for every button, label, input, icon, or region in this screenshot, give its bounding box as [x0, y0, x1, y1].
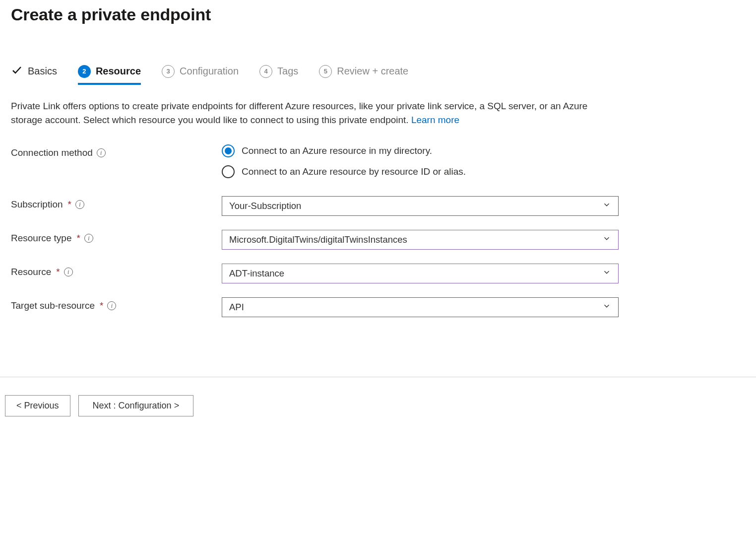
label-subscription: Subscription * i [11, 196, 222, 210]
step-circle-icon: 5 [319, 65, 332, 78]
tab-basics[interactable]: Basics [11, 64, 57, 85]
dropdown-value: ADT-instance [229, 268, 284, 279]
chevron-down-icon [602, 302, 611, 313]
learn-more-link[interactable]: Learn more [411, 115, 459, 125]
info-icon[interactable]: i [64, 268, 73, 276]
info-icon[interactable]: i [107, 301, 116, 310]
label-text: Resource [11, 267, 51, 277]
required-indicator: * [68, 199, 71, 210]
required-indicator: * [100, 300, 103, 311]
chevron-down-icon [602, 201, 611, 212]
tab-label: Basics [28, 66, 57, 77]
info-icon[interactable]: i [97, 148, 106, 157]
tab-label: Review + create [337, 66, 408, 77]
chevron-down-icon [602, 268, 611, 279]
label-text: Resource type [11, 233, 72, 244]
required-indicator: * [77, 233, 80, 244]
page-title: Create a private endpoint [11, 5, 745, 24]
radio-connect-resource-id[interactable]: Connect to an Azure resource by resource… [222, 165, 619, 178]
step-circle-icon: 2 [78, 65, 91, 78]
step-circle-icon: 4 [259, 65, 272, 78]
resource-type-dropdown[interactable]: Microsoft.DigitalTwins/digitalTwinsInsta… [222, 230, 619, 250]
row-subscription: Subscription * i Your-Subscription [11, 196, 745, 216]
row-connection-method: Connection method i Connect to an Azure … [11, 144, 745, 178]
tab-configuration[interactable]: 3 Configuration [162, 65, 239, 85]
tab-label: Configuration [180, 66, 239, 77]
subscription-dropdown[interactable]: Your-Subscription [222, 196, 619, 216]
previous-button[interactable]: < Previous [5, 395, 70, 416]
dropdown-value: Your-Subscription [229, 201, 301, 211]
tab-label: Tags [277, 66, 298, 77]
resource-dropdown[interactable]: ADT-instance [222, 264, 619, 283]
radio-label: Connect to an Azure resource in my direc… [242, 145, 432, 156]
step-circle-icon: 3 [162, 65, 175, 78]
label-text: Subscription [11, 199, 63, 210]
label-target-sub-resource: Target sub-resource * i [11, 297, 222, 311]
label-text: Target sub-resource [11, 300, 95, 311]
label-connection-method: Connection method i [11, 144, 222, 158]
radio-icon [222, 165, 235, 178]
tab-label: Resource [96, 66, 141, 77]
dropdown-value: Microsoft.DigitalTwins/digitalTwinsInsta… [229, 234, 407, 245]
row-target-sub-resource: Target sub-resource * i API [11, 297, 745, 317]
row-resource: Resource * i ADT-instance [11, 264, 745, 283]
check-icon [11, 64, 23, 78]
tab-tags[interactable]: 4 Tags [259, 65, 298, 85]
wizard-tabs: Basics 2 Resource 3 Configuration 4 Tags… [11, 64, 745, 85]
chevron-down-icon [602, 234, 611, 246]
tab-review-create[interactable]: 5 Review + create [319, 65, 408, 85]
description-text: Private Link offers options to create pr… [11, 101, 587, 125]
target-sub-resource-dropdown[interactable]: API [222, 297, 619, 317]
label-text: Connection method [11, 147, 93, 158]
connection-method-radio-group: Connect to an Azure resource in my direc… [222, 144, 619, 178]
info-icon[interactable]: i [75, 200, 84, 209]
label-resource: Resource * i [11, 264, 222, 277]
dropdown-value: API [229, 302, 244, 313]
radio-label: Connect to an Azure resource by resource… [242, 166, 466, 177]
next-button[interactable]: Next : Configuration > [78, 395, 194, 416]
tab-resource[interactable]: 2 Resource [78, 65, 141, 85]
info-icon[interactable]: i [84, 234, 93, 243]
tab-description: Private Link offers options to create pr… [11, 99, 616, 127]
radio-icon [222, 144, 235, 157]
label-resource-type: Resource type * i [11, 230, 222, 244]
required-indicator: * [56, 267, 60, 277]
radio-connect-directory[interactable]: Connect to an Azure resource in my direc… [222, 144, 619, 157]
row-resource-type: Resource type * i Microsoft.DigitalTwins… [11, 230, 745, 250]
wizard-footer: < Previous Next : Configuration > [0, 377, 756, 434]
